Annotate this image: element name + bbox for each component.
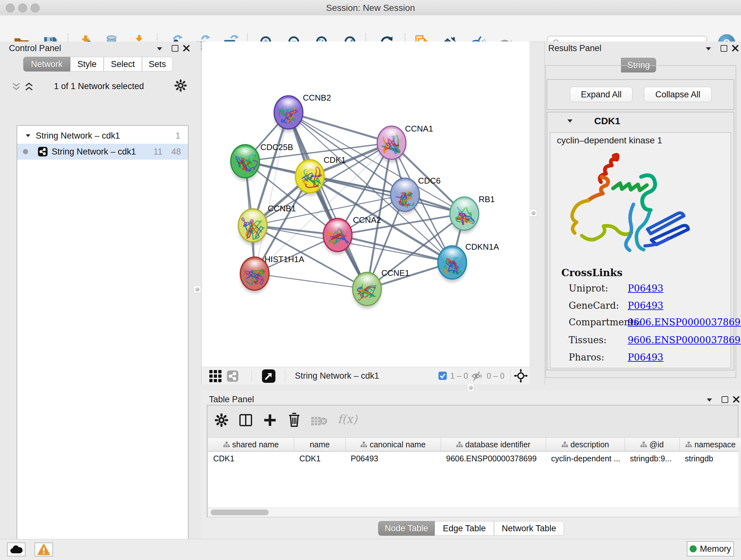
tab-network-table[interactable]: Network Table [494,521,564,536]
gene-detail-box: cyclin–dependent kinase 1 [550,132,731,368]
crosslinks-title: CrossLinks [561,267,623,278]
node-CCNB2[interactable] [274,96,303,132]
node-CCNA1[interactable] [377,126,406,163]
column-header-@id[interactable]: @id [625,438,680,451]
network-canvas[interactable]: CCNB2CCNA1CDC25BCDK1CDC6RB1CCNB1CCNA2CDK… [201,42,529,367]
control-panel-title: Control Panel [9,44,61,53]
column-header-shared-name[interactable]: shared name [208,438,294,451]
table-cell[interactable]: stringdb:9... [630,454,678,463]
crosslink-link[interactable]: P06493 [628,283,664,294]
panel-menu-icon[interactable] [157,47,162,51]
grid-view-icon[interactable] [209,370,221,382]
gear-icon[interactable] [174,79,187,92]
edge-CCNA2-CDKN1A[interactable] [338,235,452,262]
tab-network[interactable]: Network [23,57,70,71]
table-gear-icon[interactable] [214,413,228,427]
add-column-icon[interactable] [263,413,277,427]
table-panel: Table Panel f(x) shared namenamecanonica… [201,391,741,539]
crosslink-link[interactable]: 9606.ENSP00000378699 [628,334,741,346]
node-CCNE1[interactable] [353,272,381,309]
bottom-splitter-handle[interactable] [467,384,474,391]
tab-select[interactable]: Select [104,57,142,71]
edge-HIST1H1A-CCNE1[interactable] [255,273,367,289]
tab-sets[interactable]: Sets [142,57,173,71]
node-CDKN1A[interactable] [438,246,467,282]
table-cell[interactable]: stringdb [685,454,740,463]
horizontal-scrollbar[interactable] [208,508,738,517]
node-label-HIST1H1A: HIST1H1A [265,254,305,264]
crosslink-label: Tissues: [569,334,607,346]
crosslink-link[interactable]: P06493 [628,352,664,363]
selected-checkbox-icon[interactable] [438,371,447,380]
node-label-CDK1: CDK1 [324,155,346,165]
close-panel-button[interactable] [732,395,740,403]
crosslink-link[interactable]: P06493 [628,300,664,311]
right-splitter-handle[interactable] [529,209,537,217]
node-label-CCNA1: CCNA1 [405,124,433,133]
table-header-row: shared namenamecanonical namedatabase id… [208,437,738,452]
node-CCNA2[interactable] [323,219,352,255]
warning-icon [37,544,50,555]
column-header-name[interactable]: name [294,438,346,451]
edge-CCNB2-HIST1H1A[interactable] [255,112,288,273]
network-row-selected[interactable]: String Network – cdk1 11 48 [17,144,188,160]
network-view-share-icon[interactable] [226,370,239,382]
node-label-CDKN1A: CDKN1A [465,242,499,252]
table-cell[interactable]: CDK1 [213,454,293,463]
hidden-node-edge-counts: 0 – 0 [487,371,504,381]
delete-column-icon[interactable] [287,413,301,427]
column-header-namespace[interactable]: namespace [680,438,741,451]
tab-edge-table[interactable]: Edge Table [434,521,494,536]
tree-expander-icon[interactable] [26,134,30,137]
network-label: String Network – cdk1 [52,147,136,157]
column-header-description[interactable]: description [546,438,625,451]
node-CCNB1[interactable] [239,209,267,245]
window-title: Session: New Session [0,3,741,13]
edge-CCNB2-CCNA1[interactable] [288,112,392,143]
column-header-canonical-name[interactable]: canonical name [346,438,441,451]
collapse-all-icon[interactable] [11,82,21,91]
left-splitter-handle[interactable] [193,286,201,293]
network-collection-row[interactable]: String Network – cdk1 1 [17,128,188,144]
float-panel-button[interactable] [722,396,728,403]
results-panel-title: Results Panel [548,44,602,53]
results-panel: Results Panel String Expand All Collapse… [544,42,741,385]
node-CDK1[interactable] [295,160,324,196]
expand-collapse-box: Expand All Collapse All [547,79,734,110]
tab-node-table[interactable]: Node Table [378,521,434,536]
node-count: 11 [153,147,162,157]
close-panel-button[interactable] [731,44,739,52]
node-label-CCNB1: CCNB1 [268,204,296,213]
network-graph[interactable]: CCNB2CCNA1CDC25BCDK1CDC6RB1CCNB1CCNA2CDK… [202,42,529,367]
float-panel-button[interactable] [721,45,727,52]
memory-button[interactable]: Memory [687,541,734,557]
node-RB1[interactable] [450,197,479,233]
table-cell[interactable]: 9606.ENSP00000378699 [446,454,545,463]
expand-all-icon[interactable] [24,82,34,91]
hidden-eye-slash-icon [471,371,483,381]
panel-menu-icon[interactable] [706,47,711,51]
float-panel-button[interactable] [172,45,179,52]
node-CDC25B[interactable] [231,145,259,181]
table-cell[interactable]: P06493 [351,454,440,463]
crosslink-link[interactable]: 9606.ENSP00000378699 [628,317,741,327]
network-list: String Network – cdk1 1 String Network –… [17,125,189,560]
warnings-button[interactable] [35,543,53,557]
table-cell[interactable]: cyclin-dependent ... [551,454,623,463]
node-CDC6[interactable] [391,178,419,214]
table-cell[interactable]: CDK1 [299,454,344,463]
expand-all-button[interactable]: Expand All [570,87,632,102]
birds-eye-view-icon[interactable] [514,369,528,383]
column-header-database-identifier[interactable]: database identifier [441,438,546,451]
detach-view-icon[interactable] [262,369,276,383]
close-panel-button[interactable] [183,44,190,52]
show-columns-icon[interactable] [239,413,253,427]
edge-count: 48 [172,147,181,157]
panel-menu-icon[interactable] [707,398,712,401]
current-network-name: String Network – cdk1 [295,371,379,381]
tab-style[interactable]: Style [70,57,104,71]
scrollbar-thumb[interactable] [211,509,269,515]
cloud-status-button[interactable] [7,543,25,557]
section-expander-icon[interactable] [567,119,572,123]
collapse-all-button[interactable]: Collapse All [644,87,712,102]
